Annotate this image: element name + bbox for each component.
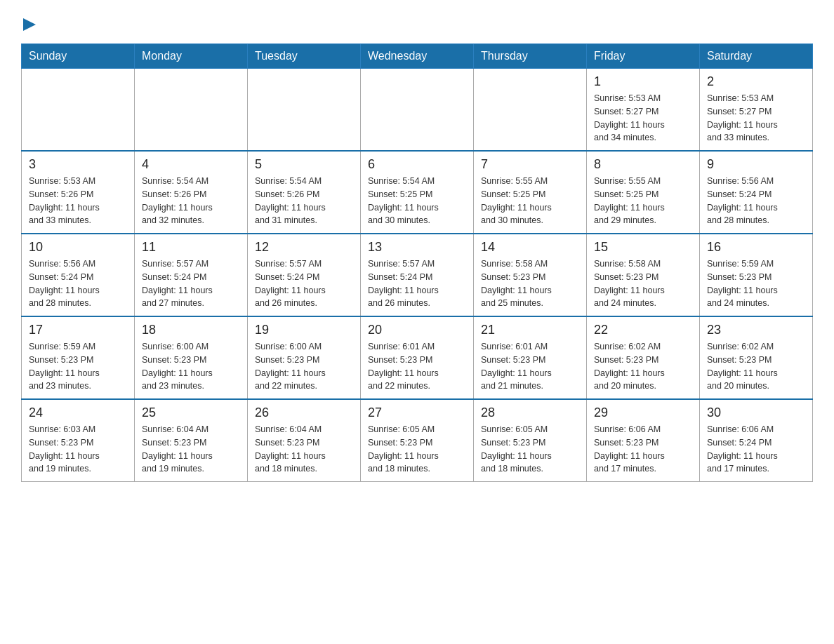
calendar-week-row: 1Sunrise: 5:53 AM Sunset: 5:27 PM Daylig… — [22, 69, 813, 152]
day-info: Sunrise: 5:59 AM Sunset: 5:23 PM Dayligh… — [29, 340, 127, 393]
calendar-cell: 19Sunrise: 6:00 AM Sunset: 5:23 PM Dayli… — [248, 316, 361, 399]
day-info: Sunrise: 5:54 AM Sunset: 5:26 PM Dayligh… — [142, 175, 240, 227]
calendar-week-row: 24Sunrise: 6:03 AM Sunset: 5:23 PM Dayli… — [22, 399, 813, 482]
calendar-cell — [361, 69, 474, 152]
day-info: Sunrise: 5:57 AM Sunset: 5:24 PM Dayligh… — [368, 257, 466, 310]
day-info: Sunrise: 5:53 AM Sunset: 5:27 PM Dayligh… — [707, 92, 805, 145]
calendar-cell: 27Sunrise: 6:05 AM Sunset: 5:23 PM Dayli… — [361, 399, 474, 482]
calendar-cell — [22, 69, 135, 152]
day-info: Sunrise: 6:06 AM Sunset: 5:24 PM Dayligh… — [707, 423, 805, 476]
calendar-cell: 4Sunrise: 5:54 AM Sunset: 5:26 PM Daylig… — [135, 151, 248, 234]
day-info: Sunrise: 6:04 AM Sunset: 5:23 PM Dayligh… — [142, 423, 240, 476]
day-number: 1 — [594, 74, 692, 89]
day-number: 25 — [142, 405, 240, 420]
calendar-cell — [248, 69, 361, 152]
day-info: Sunrise: 5:59 AM Sunset: 5:23 PM Dayligh… — [707, 257, 805, 310]
calendar-cell — [135, 69, 248, 152]
day-info: Sunrise: 6:03 AM Sunset: 5:23 PM Dayligh… — [29, 423, 127, 476]
day-info: Sunrise: 5:53 AM Sunset: 5:26 PM Dayligh… — [29, 175, 127, 227]
calendar-cell: 9Sunrise: 5:56 AM Sunset: 5:24 PM Daylig… — [700, 151, 813, 234]
calendar-cell: 20Sunrise: 6:01 AM Sunset: 5:23 PM Dayli… — [361, 316, 474, 399]
day-info: Sunrise: 5:58 AM Sunset: 5:23 PM Dayligh… — [594, 257, 692, 310]
day-number: 8 — [594, 157, 692, 172]
calendar-cell: 30Sunrise: 6:06 AM Sunset: 5:24 PM Dayli… — [700, 399, 813, 482]
calendar-cell: 21Sunrise: 6:01 AM Sunset: 5:23 PM Dayli… — [474, 316, 587, 399]
day-number: 22 — [594, 323, 692, 337]
calendar-cell: 6Sunrise: 5:54 AM Sunset: 5:25 PM Daylig… — [361, 151, 474, 234]
day-number: 21 — [481, 323, 579, 337]
day-number: 28 — [481, 405, 579, 420]
day-info: Sunrise: 5:57 AM Sunset: 5:24 PM Dayligh… — [255, 257, 353, 310]
day-number: 5 — [255, 157, 353, 172]
day-number: 10 — [29, 240, 127, 255]
header-monday: Monday — [135, 44, 248, 69]
logo — [21, 14, 36, 29]
day-info: Sunrise: 5:58 AM Sunset: 5:23 PM Dayligh… — [481, 257, 579, 310]
calendar-cell: 7Sunrise: 5:55 AM Sunset: 5:25 PM Daylig… — [474, 151, 587, 234]
day-info: Sunrise: 5:57 AM Sunset: 5:24 PM Dayligh… — [142, 257, 240, 310]
calendar-cell: 2Sunrise: 5:53 AM Sunset: 5:27 PM Daylig… — [700, 69, 813, 152]
day-number: 18 — [142, 323, 240, 337]
day-info: Sunrise: 6:01 AM Sunset: 5:23 PM Dayligh… — [481, 340, 579, 393]
day-info: Sunrise: 6:01 AM Sunset: 5:23 PM Dayligh… — [368, 340, 466, 393]
day-number: 13 — [368, 240, 466, 255]
day-info: Sunrise: 6:06 AM Sunset: 5:23 PM Dayligh… — [594, 423, 692, 476]
day-info: Sunrise: 5:56 AM Sunset: 5:24 PM Dayligh… — [707, 175, 805, 227]
calendar-table: Sunday Monday Tuesday Wednesday Thursday… — [21, 43, 813, 482]
day-info: Sunrise: 5:56 AM Sunset: 5:24 PM Dayligh… — [29, 257, 127, 310]
day-info: Sunrise: 5:55 AM Sunset: 5:25 PM Dayligh… — [481, 175, 579, 227]
day-number: 15 — [594, 240, 692, 255]
header-wednesday: Wednesday — [361, 44, 474, 69]
day-number: 14 — [481, 240, 579, 255]
header-saturday: Saturday — [700, 44, 813, 69]
day-info: Sunrise: 5:55 AM Sunset: 5:25 PM Dayligh… — [594, 175, 692, 227]
calendar-cell: 11Sunrise: 5:57 AM Sunset: 5:24 PM Dayli… — [135, 234, 248, 316]
calendar-cell: 15Sunrise: 5:58 AM Sunset: 5:23 PM Dayli… — [587, 234, 700, 316]
day-info: Sunrise: 5:54 AM Sunset: 5:25 PM Dayligh… — [368, 175, 466, 227]
day-info: Sunrise: 6:02 AM Sunset: 5:23 PM Dayligh… — [707, 340, 805, 393]
calendar-week-row: 3Sunrise: 5:53 AM Sunset: 5:26 PM Daylig… — [22, 151, 813, 234]
day-number: 12 — [255, 240, 353, 255]
day-number: 24 — [29, 405, 127, 420]
day-number: 7 — [481, 157, 579, 172]
calendar-cell — [474, 69, 587, 152]
day-number: 30 — [707, 405, 805, 420]
day-number: 11 — [142, 240, 240, 255]
day-number: 19 — [255, 323, 353, 337]
calendar-cell: 16Sunrise: 5:59 AM Sunset: 5:23 PM Dayli… — [700, 234, 813, 316]
calendar-week-row: 10Sunrise: 5:56 AM Sunset: 5:24 PM Dayli… — [22, 234, 813, 316]
calendar-cell: 18Sunrise: 6:00 AM Sunset: 5:23 PM Dayli… — [135, 316, 248, 399]
day-number: 16 — [707, 240, 805, 255]
calendar-week-row: 17Sunrise: 5:59 AM Sunset: 5:23 PM Dayli… — [22, 316, 813, 399]
calendar-cell: 10Sunrise: 5:56 AM Sunset: 5:24 PM Dayli… — [22, 234, 135, 316]
header-friday: Friday — [587, 44, 700, 69]
svg-marker-0 — [23, 18, 36, 31]
header-sunday: Sunday — [22, 44, 135, 69]
calendar-cell: 28Sunrise: 6:05 AM Sunset: 5:23 PM Dayli… — [474, 399, 587, 482]
day-info: Sunrise: 6:00 AM Sunset: 5:23 PM Dayligh… — [142, 340, 240, 393]
calendar-cell: 14Sunrise: 5:58 AM Sunset: 5:23 PM Dayli… — [474, 234, 587, 316]
day-number: 26 — [255, 405, 353, 420]
day-info: Sunrise: 5:53 AM Sunset: 5:27 PM Dayligh… — [594, 92, 692, 145]
day-number: 6 — [368, 157, 466, 172]
calendar-cell: 22Sunrise: 6:02 AM Sunset: 5:23 PM Dayli… — [587, 316, 700, 399]
day-info: Sunrise: 6:05 AM Sunset: 5:23 PM Dayligh… — [481, 423, 579, 476]
day-number: 2 — [707, 74, 805, 89]
calendar-cell: 3Sunrise: 5:53 AM Sunset: 5:26 PM Daylig… — [22, 151, 135, 234]
logo-arrow-icon — [23, 18, 36, 34]
day-number: 20 — [368, 323, 466, 337]
header-tuesday: Tuesday — [248, 44, 361, 69]
calendar-cell: 23Sunrise: 6:02 AM Sunset: 5:23 PM Dayli… — [700, 316, 813, 399]
day-info: Sunrise: 6:02 AM Sunset: 5:23 PM Dayligh… — [594, 340, 692, 393]
page-header — [21, 14, 813, 29]
header-thursday: Thursday — [474, 44, 587, 69]
day-number: 27 — [368, 405, 466, 420]
day-number: 3 — [29, 157, 127, 172]
calendar-cell: 1Sunrise: 5:53 AM Sunset: 5:27 PM Daylig… — [587, 69, 700, 152]
calendar-cell: 17Sunrise: 5:59 AM Sunset: 5:23 PM Dayli… — [22, 316, 135, 399]
day-number: 17 — [29, 323, 127, 337]
calendar-cell: 26Sunrise: 6:04 AM Sunset: 5:23 PM Dayli… — [248, 399, 361, 482]
calendar-cell: 12Sunrise: 5:57 AM Sunset: 5:24 PM Dayli… — [248, 234, 361, 316]
calendar-cell: 29Sunrise: 6:06 AM Sunset: 5:23 PM Dayli… — [587, 399, 700, 482]
calendar-cell: 13Sunrise: 5:57 AM Sunset: 5:24 PM Dayli… — [361, 234, 474, 316]
